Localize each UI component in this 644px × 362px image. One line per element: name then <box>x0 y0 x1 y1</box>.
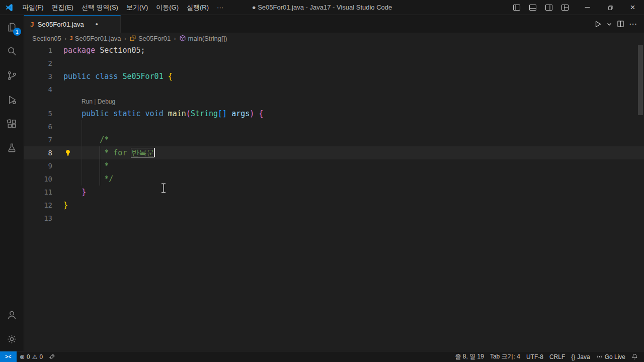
minimize-button[interactable] <box>576 0 599 15</box>
toggle-secondary-sidebar-icon[interactable] <box>545 4 553 12</box>
activity-bar: 1 <box>0 15 24 351</box>
java-status-icon[interactable] <box>46 351 58 362</box>
notifications-bell-icon[interactable] <box>628 351 641 362</box>
breadcrumb-file[interactable]: J Se05For01.java <box>69 35 121 42</box>
search-icon[interactable] <box>0 39 24 63</box>
indent-guide <box>100 159 100 172</box>
indent-guide <box>100 172 100 186</box>
close-window-button[interactable]: × <box>621 0 644 15</box>
settings-gear-icon[interactable] <box>0 327 24 351</box>
indent-guide <box>82 146 82 159</box>
indent-guide <box>82 159 82 172</box>
modified-dot-icon[interactable]: ● <box>96 22 98 27</box>
line-number: 5 <box>24 107 52 120</box>
code-text: * <box>63 161 109 170</box>
editor-code: 1package Section05;23public class Se05Fo… <box>24 44 644 225</box>
testing-icon[interactable] <box>0 136 24 160</box>
code-line-10[interactable]: 10 */ <box>24 172 644 186</box>
cursor-position-status[interactable]: 줄 8, 열 19 <box>452 351 487 362</box>
menu-run[interactable]: 실행(R) <box>183 0 213 15</box>
code-line-13[interactable]: 13 <box>24 212 644 225</box>
tab-size-status[interactable]: Tab 크기: 4 <box>487 351 523 362</box>
extensions-icon[interactable] <box>0 112 24 136</box>
code-line-3[interactable]: 3public class Se05For01 { <box>24 70 644 83</box>
go-live-button[interactable]: Go Live <box>593 351 628 362</box>
problems-status[interactable]: ⊗ 0 ⚠ 0 <box>17 351 46 362</box>
line-number: 12 <box>24 199 52 212</box>
indent-guide <box>82 133 82 146</box>
method-symbol-icon <box>179 35 186 42</box>
tab-se05for01[interactable]: J Se05For01.java ● <box>24 15 121 33</box>
line-number: 4 <box>24 83 52 96</box>
code-line-1[interactable]: 1package Section05; <box>24 44 644 57</box>
code-text: } <box>63 188 86 197</box>
code-line-8[interactable]: 8 * for 반복문 <box>24 146 644 159</box>
toggle-panel-icon[interactable] <box>529 4 537 12</box>
menu-view[interactable]: 보기(V) <box>122 0 152 15</box>
code-line-6[interactable]: 6 <box>24 120 644 133</box>
run-dropdown-chevron-icon[interactable] <box>606 21 612 27</box>
title-bar: 파일(F) 편집(E) 선택 영역(S) 보기(V) 이동(G) 실행(R) ·… <box>0 0 644 15</box>
brackets-icon: {} <box>571 353 575 360</box>
source-control-icon[interactable] <box>0 63 24 87</box>
explorer-badge: 1 <box>13 28 21 36</box>
vertical-scrollbar[interactable] <box>638 45 643 115</box>
codelens-run-link[interactable]: Run <box>82 98 93 105</box>
codelens-debug-link[interactable]: Debug <box>98 98 115 105</box>
menu-go[interactable]: 이동(G) <box>152 0 183 15</box>
explorer-icon[interactable]: 1 <box>0 15 24 39</box>
breadcrumb-separator-icon: › <box>63 35 67 42</box>
code-text: * for 반복문 <box>63 148 155 157</box>
restore-button[interactable] <box>599 0 621 15</box>
error-icon: ⊗ <box>20 353 25 360</box>
menu-edit[interactable]: 편집(E) <box>48 0 77 15</box>
code-line-5[interactable]: 5 public static void main(String[] args)… <box>24 107 644 120</box>
split-editor-icon[interactable] <box>617 20 624 28</box>
remote-indicator[interactable]: >< <box>0 351 17 362</box>
menu-selection[interactable]: 선택 영역(S) <box>77 0 122 15</box>
tab-label: Se05For01.java <box>38 21 84 28</box>
code-text: } <box>63 201 68 210</box>
code-line-9[interactable]: 9 * <box>24 159 644 172</box>
encoding-status[interactable]: UTF-8 <box>523 351 546 362</box>
code-line-11[interactable]: 11 } <box>24 186 644 199</box>
menu-overflow[interactable]: ··· <box>213 0 227 15</box>
code-line-4[interactable]: 4 <box>24 83 644 96</box>
code-text: package Section05; <box>63 46 145 55</box>
editor-actions: ⋯ <box>594 15 644 33</box>
code-text: */ <box>63 174 113 184</box>
run-java-button[interactable] <box>594 20 602 28</box>
code-line-12[interactable]: 12} <box>24 199 644 212</box>
broadcast-icon <box>596 353 603 360</box>
line-number: 7 <box>24 133 52 146</box>
customize-layout-icon[interactable] <box>561 4 569 12</box>
class-symbol-icon <box>129 35 136 42</box>
line-number: 2 <box>24 57 52 70</box>
code-text: /* <box>63 135 109 144</box>
language-mode-status[interactable]: {} Java <box>568 351 593 362</box>
lightbulb-icon[interactable] <box>64 149 71 156</box>
menu-file[interactable]: 파일(F) <box>18 0 48 15</box>
eol-status[interactable]: CRLF <box>546 351 568 362</box>
breadcrumb-separator-icon: › <box>173 35 177 42</box>
breadcrumb-folder[interactable]: Section05 <box>32 35 61 42</box>
line-number: 6 <box>24 120 52 133</box>
breadcrumb-method[interactable]: main(String[]) <box>179 35 227 42</box>
java-file-icon: J <box>69 35 73 42</box>
code-editor[interactable]: 1package Section05;23public class Se05Fo… <box>24 44 644 351</box>
line-number: 1 <box>24 44 52 57</box>
accounts-icon[interactable] <box>0 303 24 327</box>
code-line-7[interactable]: 7 /* <box>24 133 644 146</box>
tab-bar: J Se05For01.java ● ⋯ <box>24 15 644 33</box>
code-text: public class Se05For01 { <box>63 72 173 81</box>
breadcrumb-separator-icon: › <box>123 35 127 42</box>
indent-guide <box>82 172 82 186</box>
text-caret <box>154 148 155 157</box>
indent-guide <box>82 120 82 133</box>
breadcrumb-class[interactable]: Se05For01 <box>129 35 171 42</box>
toggle-sidebar-icon[interactable] <box>513 4 521 12</box>
activity-bar-spacer <box>0 160 24 303</box>
more-actions-icon[interactable]: ⋯ <box>629 19 637 29</box>
run-and-debug-icon[interactable] <box>0 87 24 112</box>
code-line-2[interactable]: 2 <box>24 57 644 70</box>
